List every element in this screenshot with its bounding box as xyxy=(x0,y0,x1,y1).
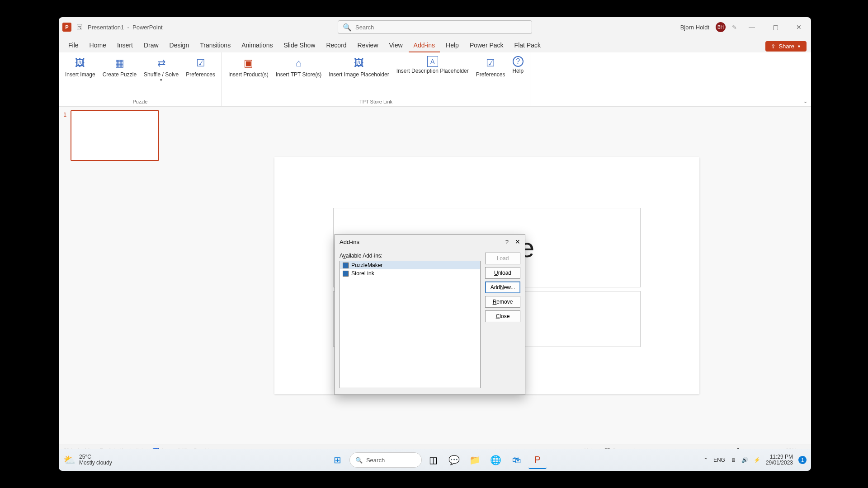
taskbar-app-explorer[interactable]: 📁 xyxy=(466,451,484,469)
help-button[interactable]: ? Help xyxy=(509,54,527,98)
dialog-close-button[interactable]: ✕ xyxy=(515,238,520,245)
addins-list-label: Available Add-ins: xyxy=(340,253,481,259)
search-box[interactable]: 🔍 xyxy=(338,20,532,34)
insert-products-button[interactable]: ▣ Insert Product(s) xyxy=(225,54,272,98)
addins-dialog: Add-ins ? ✕ Available Add-ins: PuzzleMak… xyxy=(335,234,525,395)
slide-thumbnails-pane: 1 xyxy=(59,107,163,445)
volume-icon[interactable]: 🔊 xyxy=(741,457,748,463)
search-icon: 🔍 xyxy=(355,457,363,464)
ribbon-group-puzzle: 🖼 Insert Image ▦ Create Puzzle ⇄ Shuffle… xyxy=(59,52,222,106)
start-button[interactable]: ⊞ xyxy=(329,451,347,469)
help-icon: ? xyxy=(513,56,524,67)
powerpoint-logo-icon: P xyxy=(62,23,71,32)
dialog-titlebar: Add-ins ? ✕ xyxy=(335,235,525,249)
taskbar-app-chat[interactable]: 💬 xyxy=(445,451,463,469)
checkbox-icon[interactable] xyxy=(343,271,349,277)
ribbon: 🖼 Insert Image ▦ Create Puzzle ⇄ Shuffle… xyxy=(59,52,811,107)
search-input[interactable] xyxy=(355,24,527,31)
preferences-button[interactable]: ☑ Preferences xyxy=(182,54,219,98)
maximize-button[interactable]: ▢ xyxy=(767,21,784,33)
tab-flatpack[interactable]: Flat Pack xyxy=(509,39,546,52)
title-bar: P 🖫 Presentation1 - PowerPoint 🔍 Bjorn H… xyxy=(59,17,811,37)
tab-record[interactable]: Record xyxy=(321,39,351,52)
ribbon-tabs: File Home Insert Draw Design Transitions… xyxy=(59,37,811,52)
close-window-button[interactable]: ✕ xyxy=(790,21,807,33)
ribbon-group-label: Puzzle xyxy=(61,98,219,105)
tab-addins[interactable]: Add-ins xyxy=(409,39,440,52)
minimize-button[interactable]: — xyxy=(743,21,760,33)
tab-file[interactable]: File xyxy=(63,39,84,52)
tab-insert[interactable]: Insert xyxy=(112,39,138,52)
grid-icon: ▦ xyxy=(112,56,127,70)
shuffle-icon: ⇄ xyxy=(154,56,169,70)
image-placeholder-icon: 🖼 xyxy=(352,56,366,70)
windows-taskbar: ⛅ 25°C Mostly cloudy ⊞ 🔍 Search ◫ 💬 📁 🌐 … xyxy=(59,449,811,471)
pen-icon[interactable]: ✎ xyxy=(732,24,737,31)
tab-view[interactable]: View xyxy=(384,39,408,52)
tab-design[interactable]: Design xyxy=(165,39,194,52)
powerpoint-icon: ▣ xyxy=(241,56,255,70)
chevron-down-icon: ▾ xyxy=(160,78,162,83)
dialog-title: Add-ins xyxy=(340,239,359,245)
remove-button[interactable]: Remove xyxy=(485,296,520,308)
checklist-icon: ☑ xyxy=(483,56,498,70)
addin-item-storelink[interactable]: StoreLink xyxy=(340,269,480,277)
close-button[interactable]: Close xyxy=(485,310,520,322)
addins-listbox[interactable]: PuzzleMaker StoreLink xyxy=(340,261,481,388)
load-button[interactable]: Load xyxy=(485,253,520,264)
taskbar-app-powerpoint[interactable]: P xyxy=(528,451,547,469)
checkbox-icon[interactable] xyxy=(343,263,349,268)
insert-stores-button[interactable]: ⌂ Insert TPT Store(s) xyxy=(272,54,326,98)
share-icon: ⇪ xyxy=(771,43,776,50)
add-new-button[interactable]: Add New... xyxy=(485,282,520,293)
user-name[interactable]: Bjorn Holdt xyxy=(680,24,709,31)
tab-transitions[interactable]: Transitions xyxy=(195,39,236,52)
cast-icon[interactable]: 🖥 xyxy=(731,457,736,463)
notifications-badge[interactable]: 1 xyxy=(798,456,807,464)
tab-review[interactable]: Review xyxy=(353,39,383,52)
shuffle-solve-button[interactable]: ⇄ Shuffle / Solve ▾ xyxy=(140,54,182,98)
document-title: Presentation1 - PowerPoint xyxy=(88,24,163,31)
user-avatar[interactable]: BH xyxy=(716,22,726,32)
image-icon: 🖼 xyxy=(73,56,87,70)
create-puzzle-button[interactable]: ▦ Create Puzzle xyxy=(99,54,140,98)
taskbar-app-store[interactable]: 🛍 xyxy=(508,451,526,469)
tab-home[interactable]: Home xyxy=(85,39,111,52)
store-icon: ⌂ xyxy=(291,56,306,70)
ribbon-group-label: TPT Store Link xyxy=(225,98,527,105)
ribbon-collapse-button[interactable]: ⌄ xyxy=(803,99,807,104)
insert-image-placeholder-button[interactable]: 🖼 Insert Image Placeholder xyxy=(325,54,392,98)
search-icon: 🔍 xyxy=(343,23,352,32)
insert-desc-placeholder-button[interactable]: A Insert Description Placeholder xyxy=(393,54,472,98)
tpt-preferences-button[interactable]: ☑ Preferences xyxy=(472,54,509,98)
tab-powerpack[interactable]: Power Pack xyxy=(465,39,509,52)
task-view-button[interactable]: ◫ xyxy=(425,451,443,469)
language-indicator[interactable]: ENG xyxy=(713,457,725,463)
tab-help[interactable]: Help xyxy=(441,39,464,52)
tab-animations[interactable]: Animations xyxy=(236,39,278,52)
unload-button[interactable]: Unload xyxy=(485,267,520,279)
share-button[interactable]: ⇪ Share ▼ xyxy=(765,41,807,52)
weather-widget[interactable]: 25°C Mostly cloudy xyxy=(79,454,112,466)
weather-icon[interactable]: ⛅ xyxy=(63,454,75,466)
app-window: P 🖫 Presentation1 - PowerPoint 🔍 Bjorn H… xyxy=(59,17,811,456)
battery-icon[interactable]: ⚡ xyxy=(754,457,760,463)
chevron-down-icon: ▼ xyxy=(797,44,801,49)
tray-chevron-icon[interactable]: ⌃ xyxy=(703,457,708,463)
tab-draw[interactable]: Draw xyxy=(139,39,164,52)
taskbar-search[interactable]: 🔍 Search xyxy=(349,452,422,468)
checklist-icon: ☑ xyxy=(193,56,208,70)
clock[interactable]: 11:29 PM 29/01/2023 xyxy=(766,454,793,466)
work-area: 1 add title btitle Add-ins ? ✕ xyxy=(59,107,811,445)
ribbon-group-tpt: ▣ Insert Product(s) ⌂ Insert TPT Store(s… xyxy=(222,52,530,106)
dialog-help-button[interactable]: ? xyxy=(505,239,509,245)
slide-thumbnail[interactable] xyxy=(71,110,159,161)
tab-slideshow[interactable]: Slide Show xyxy=(278,39,320,52)
save-icon[interactable]: 🖫 xyxy=(76,23,83,31)
slide-number: 1 xyxy=(63,111,66,118)
insert-image-button[interactable]: 🖼 Insert Image xyxy=(61,54,99,98)
addin-item-puzzlemaker[interactable]: PuzzleMaker xyxy=(340,261,480,269)
text-box-icon: A xyxy=(427,56,438,67)
taskbar-app-edge[interactable]: 🌐 xyxy=(487,451,505,469)
